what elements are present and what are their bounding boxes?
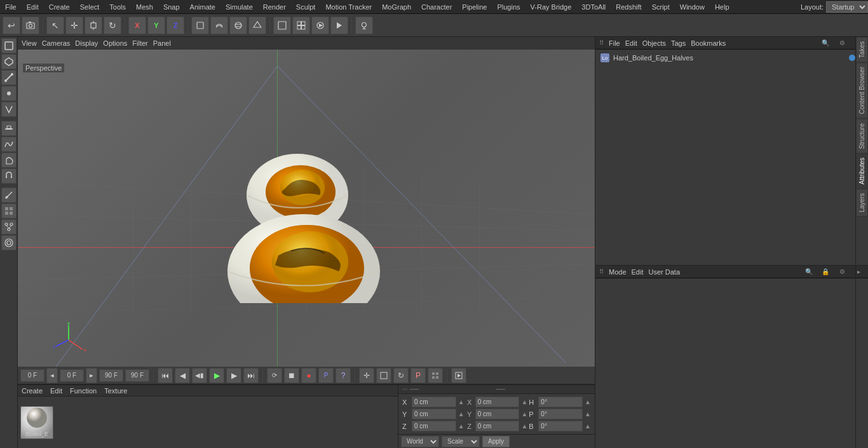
vp-menu-view[interactable]: View	[22, 39, 37, 47]
loop-button[interactable]: ⟳	[267, 368, 282, 383]
mat-menu-texture[interactable]: Texture	[104, 387, 127, 395]
scale-tool-button[interactable]	[85, 17, 102, 34]
mode-object-button[interactable]	[1, 38, 17, 53]
attr-lock-icon[interactable]: 🔒	[820, 266, 831, 278]
menu-plugins[interactable]: Plugins	[492, 2, 525, 12]
mat-menu-create[interactable]: Create	[22, 387, 43, 395]
rotate-tool-button[interactable]: ↻	[104, 17, 121, 34]
vp-menu-cameras[interactable]: Cameras	[42, 39, 71, 47]
mode-point-button[interactable]	[1, 86, 17, 101]
snapshot-button[interactable]	[22, 17, 39, 34]
h-rot-input[interactable]: 0°	[538, 397, 583, 407]
deform-button[interactable]	[210, 17, 228, 34]
menu-window[interactable]: Window	[675, 2, 710, 12]
obj-settings-icon[interactable]: ⚙	[836, 37, 848, 49]
mat-menu-function[interactable]: Function	[70, 387, 97, 395]
step-back-button[interactable]: ◀	[175, 368, 190, 383]
p-rot-arrow[interactable]: ▲	[585, 411, 591, 417]
vp-menu-panel[interactable]: Panel	[153, 39, 171, 47]
record-button[interactable]: ●	[301, 368, 316, 383]
menu-mograph[interactable]: MoGraph	[377, 2, 416, 12]
tab-attributes[interactable]: Attributes	[856, 153, 868, 189]
render-view-button[interactable]	[311, 17, 329, 34]
p-rot-input[interactable]: 0°	[538, 409, 583, 419]
attr-menu-mode[interactable]: Mode	[609, 268, 627, 276]
step-forward-button[interactable]: ▶	[226, 368, 241, 383]
move-tool-button[interactable]: ✛	[65, 17, 83, 34]
obj-menu-bookmarks[interactable]: Bookmarks	[691, 39, 726, 47]
z-axis-button[interactable]: Z	[166, 17, 184, 34]
menu-file[interactable]: File	[0, 2, 22, 12]
select-tool-button[interactable]: ↖	[46, 17, 64, 34]
y-axis-button[interactable]: Y	[147, 17, 165, 34]
new-object-button[interactable]	[191, 17, 209, 34]
menu-mesh[interactable]: Mesh	[131, 2, 158, 12]
playback-current-field[interactable]	[60, 369, 84, 382]
menu-redshift[interactable]: Redshift	[611, 2, 646, 12]
go-to-start-button[interactable]: ⏮	[158, 368, 173, 383]
menu-motion-tracker[interactable]: Motion Tracker	[320, 2, 377, 12]
scale-keys-button[interactable]	[376, 368, 391, 383]
playback-end2-field[interactable]	[125, 369, 149, 382]
stop-button[interactable]: ⏹	[284, 368, 299, 383]
menu-simulate[interactable]: Simulate	[220, 2, 258, 12]
z-scale-arrow[interactable]: ▲	[521, 423, 527, 430]
tab-content-browser[interactable]: Content Browser	[856, 62, 868, 118]
timeline-grid-button[interactable]	[428, 368, 443, 383]
tab-layers[interactable]: Layers	[856, 189, 868, 217]
mode-polygon-button[interactable]	[1, 54, 17, 69]
y-pos-arrow[interactable]: ▲	[458, 411, 465, 417]
z-scale-input[interactable]: 0 cm	[475, 421, 520, 431]
paint-button[interactable]	[1, 153, 17, 168]
menu-3dtoall[interactable]: 3DToAll	[576, 2, 611, 12]
y-scale-arrow[interactable]: ▲	[521, 411, 527, 417]
x-pos-arrow[interactable]: ▲	[458, 398, 465, 405]
attr-search-icon[interactable]: 🔍	[803, 266, 815, 278]
vp-menu-display[interactable]: Display	[75, 39, 98, 47]
scale-select[interactable]: Scale	[442, 436, 480, 447]
obj-menu-edit[interactable]: Edit	[625, 39, 637, 47]
frame-next-input-btn[interactable]: ►	[86, 368, 97, 383]
playback-help-button[interactable]: ?	[336, 368, 351, 383]
render-active-view-button[interactable]	[451, 368, 466, 383]
rotate-keys-button[interactable]: ↻	[393, 368, 409, 383]
menu-sculpt[interactable]: Sculpt	[291, 2, 321, 12]
vp-menu-options[interactable]: Options	[103, 39, 127, 47]
obj-search-icon[interactable]: 🔍	[820, 37, 831, 49]
spline-button[interactable]	[1, 137, 17, 152]
vp-menu-filter[interactable]: Filter	[132, 39, 147, 47]
play-button[interactable]: ▶	[209, 368, 224, 383]
menu-render[interactable]: Render	[258, 2, 291, 12]
soft-selection-button[interactable]	[1, 235, 17, 250]
x-axis-button[interactable]: X	[128, 17, 146, 34]
menu-edit[interactable]: Edit	[22, 2, 44, 12]
go-to-end-button[interactable]: ⏭	[243, 368, 259, 383]
layout-dropdown[interactable]: Startup	[826, 1, 868, 13]
texture-button[interactable]	[1, 203, 17, 219]
viewport-multi-button[interactable]	[292, 17, 310, 34]
knife-button[interactable]	[1, 187, 17, 203]
light-button[interactable]	[355, 17, 373, 34]
menu-create[interactable]: Create	[44, 2, 75, 12]
arrange-button[interactable]	[1, 219, 17, 234]
move-keys-button[interactable]: ✛	[359, 368, 374, 383]
viewport-single-button[interactable]	[273, 17, 291, 34]
tab-takes[interactable]: Takes	[856, 37, 868, 62]
y-pos-input[interactable]: 0 cm	[412, 409, 456, 419]
tab-structure[interactable]: Structure	[856, 119, 868, 154]
frame-prev-input-btn[interactable]: ◄	[46, 368, 58, 383]
x-scale-arrow[interactable]: ▲	[521, 398, 527, 405]
playback-end-field[interactable]	[99, 369, 123, 382]
obj-menu-objects[interactable]: Objects	[642, 39, 666, 47]
menu-animate[interactable]: Animate	[185, 2, 220, 12]
mode-uv-button[interactable]	[1, 102, 17, 117]
obj-dot-blue[interactable]	[849, 55, 855, 61]
menu-vray-bridge[interactable]: V-Ray Bridge	[526, 2, 577, 12]
menu-script[interactable]: Script	[647, 2, 675, 12]
play-back-button[interactable]: ◀▮	[192, 368, 207, 383]
obj-menu-file[interactable]: File	[609, 39, 620, 47]
z-pos-input[interactable]: 0 cm	[412, 421, 456, 431]
viewport-container[interactable]: View Cameras Display Options Filter Pane…	[18, 37, 595, 367]
menu-tools[interactable]: Tools	[104, 2, 131, 12]
mode-edge-button[interactable]	[1, 70, 17, 85]
